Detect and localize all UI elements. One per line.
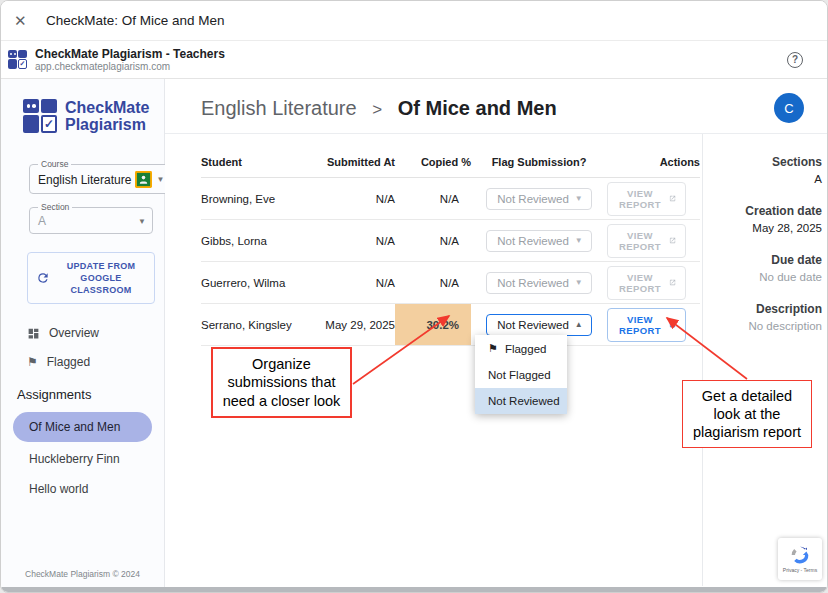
section-select[interactable]: Section A ▼	[29, 202, 153, 234]
column-header-submitted-at: Submitted At	[313, 150, 395, 177]
sidebar-item-flagged[interactable]: ⚑ Flagged	[27, 355, 164, 369]
sidebar-item-hello-world[interactable]: Hello world	[1, 474, 164, 504]
breadcrumb-course[interactable]: English Literature	[201, 97, 357, 119]
update-from-google-classroom-button[interactable]: UPDATE FROM GOOGLE CLASSROOM	[27, 252, 155, 304]
sidebar-item-overview[interactable]: Overview	[27, 326, 164, 340]
column-header-copied: Copied %	[395, 150, 471, 177]
chevron-down-icon: ▼	[575, 236, 583, 245]
flag-dropdown-menu: ⚑ Flagged Not Flagged Not Reviewed	[475, 335, 567, 414]
table-row: Serrano, Kingsley May 29, 2025 30.2% Not…	[201, 304, 700, 346]
external-link-icon	[669, 235, 676, 246]
chevron-down-icon: ▼	[575, 278, 583, 287]
section-select-value: A	[38, 214, 134, 228]
recaptcha-icon	[790, 545, 810, 565]
sections-label: Sections	[709, 154, 822, 171]
submitted-at: May 29, 2025	[313, 304, 395, 345]
app-url: app.checkmateplagiarism.com	[35, 61, 787, 73]
description-value: No description	[709, 318, 822, 334]
view-report-button-active[interactable]: VIEW REPORT	[607, 308, 686, 342]
annotation-organize-submissions: Organize submissions that need a closer …	[211, 347, 352, 418]
view-report-button[interactable]: VIEW REPORT	[607, 224, 686, 258]
update-button-label: UPDATE FROM GOOGLE CLASSROOM	[56, 260, 146, 296]
student-name: Gibbs, Lorna	[201, 220, 313, 261]
creation-date-value: May 28, 2025	[709, 220, 822, 236]
student-name: Browning, Eve	[201, 178, 313, 219]
recaptcha-privacy-terms[interactable]: Privacy - Terms	[783, 567, 817, 573]
user-avatar[interactable]: C	[774, 93, 804, 123]
course-select-value: English Literature	[38, 173, 131, 187]
sidebar-item-label: Flagged	[47, 355, 90, 369]
table-row: Gibbs, Lorna N/A N/A Not Reviewed▼ VIEW …	[201, 220, 700, 262]
breadcrumb: English Literature > Of Mice and Men	[201, 97, 774, 120]
sections-value: A	[709, 171, 822, 187]
column-header-student: Student	[201, 150, 313, 177]
chevron-up-icon: ▲	[575, 320, 583, 329]
window-bottom-edge	[1, 587, 827, 592]
flag-status-select[interactable]: Not Reviewed▼	[486, 272, 592, 294]
column-header-actions: Actions	[607, 150, 700, 177]
description-label: Description	[709, 301, 822, 318]
breadcrumb-separator: >	[372, 100, 382, 119]
creation-date-label: Creation date	[709, 203, 822, 220]
assignment-details-panel: Sections A Creation date May 28, 2025 Du…	[702, 134, 828, 586]
flag-status-select[interactable]: Not Reviewed▼	[486, 230, 592, 252]
chevron-down-icon: ▼	[575, 194, 583, 203]
annotation-view-report: Get a detailed look at the plagiarism re…	[682, 380, 812, 448]
flag-icon: ⚑	[488, 342, 498, 355]
close-icon[interactable]: ✕	[14, 12, 36, 30]
student-name: Serrano, Kingsley	[201, 304, 313, 345]
due-date-value: No due date	[709, 269, 822, 285]
checkmate-logo-icon: ✓	[23, 99, 57, 133]
app-identity-bar: ✓ CheckMate Plagiarism - Teachers app.ch…	[1, 41, 827, 79]
external-link-icon	[669, 319, 676, 330]
sidebar: ✓ CheckMate Plagiarism Course English Li…	[1, 79, 165, 589]
app-name: CheckMate Plagiarism - Teachers	[35, 47, 787, 61]
page-title: Of Mice and Men	[398, 97, 557, 119]
checkmate-logo-text: CheckMate Plagiarism	[65, 99, 149, 133]
submitted-at: N/A	[313, 262, 395, 303]
sidebar-item-of-mice-and-men[interactable]: Of Mice and Men	[13, 412, 152, 442]
table-header-row: Student Submitted At Copied % Flag Submi…	[201, 150, 700, 178]
due-date-label: Due date	[709, 252, 822, 269]
flag-icon: ⚑	[27, 355, 38, 369]
course-select[interactable]: Course English Literature ▼	[29, 159, 171, 194]
chevron-down-icon: ▼	[156, 175, 164, 184]
copied-percent: N/A	[395, 262, 471, 303]
submitted-at: N/A	[313, 178, 395, 219]
menu-item-not-reviewed[interactable]: Not Reviewed	[475, 388, 567, 414]
student-name: Guerrero, Wilma	[201, 262, 313, 303]
window-title: CheckMate: Of Mice and Men	[46, 13, 225, 28]
menu-item-not-flagged[interactable]: Not Flagged	[475, 362, 567, 388]
sidebar-item-label: Overview	[49, 326, 99, 340]
table-row: Guerrero, Wilma N/A N/A Not Reviewed▼ VI…	[201, 262, 700, 304]
copied-percent: N/A	[395, 220, 471, 261]
flag-status-select-open[interactable]: Not Reviewed▲	[486, 314, 592, 336]
help-icon[interactable]: ?	[787, 52, 803, 68]
copied-percent-highlighted: 30.2%	[395, 304, 471, 345]
recaptcha-badge[interactable]: Privacy - Terms	[778, 538, 822, 580]
sidebar-item-huckleberry-finn[interactable]: Huckleberry Finn	[1, 444, 164, 474]
column-header-flag: Flag Submission?	[471, 150, 607, 177]
submitted-at: N/A	[313, 220, 395, 261]
external-link-icon	[669, 193, 676, 204]
copyright-footer: CheckMate Plagiarism © 2024	[1, 569, 164, 579]
refresh-icon	[36, 271, 50, 285]
checkmate-logo: ✓ CheckMate Plagiarism	[23, 99, 164, 133]
table-row: Browning, Eve N/A N/A Not Reviewed▼ VIEW…	[201, 178, 700, 220]
menu-item-flagged[interactable]: ⚑ Flagged	[475, 335, 567, 362]
assignments-section-header: Assignments	[17, 387, 164, 402]
course-select-label: Course	[38, 159, 71, 169]
dashboard-icon	[27, 327, 40, 340]
app-window: ✕ CheckMate: Of Mice and Men ✓ CheckMate…	[0, 0, 828, 593]
main-content: English Literature > Of Mice and Men C S…	[165, 79, 828, 589]
copied-percent: N/A	[395, 178, 471, 219]
flag-status-select[interactable]: Not Reviewed▼	[486, 188, 592, 210]
chevron-down-icon: ▼	[138, 217, 146, 226]
external-link-icon	[669, 277, 676, 288]
google-classroom-icon	[135, 171, 152, 188]
app-favicon-icon: ✓	[8, 50, 27, 69]
section-select-label: Section	[38, 202, 72, 212]
view-report-button[interactable]: VIEW REPORT	[607, 266, 686, 300]
view-report-button[interactable]: VIEW REPORT	[607, 182, 686, 216]
window-titlebar: ✕ CheckMate: Of Mice and Men	[1, 1, 827, 41]
